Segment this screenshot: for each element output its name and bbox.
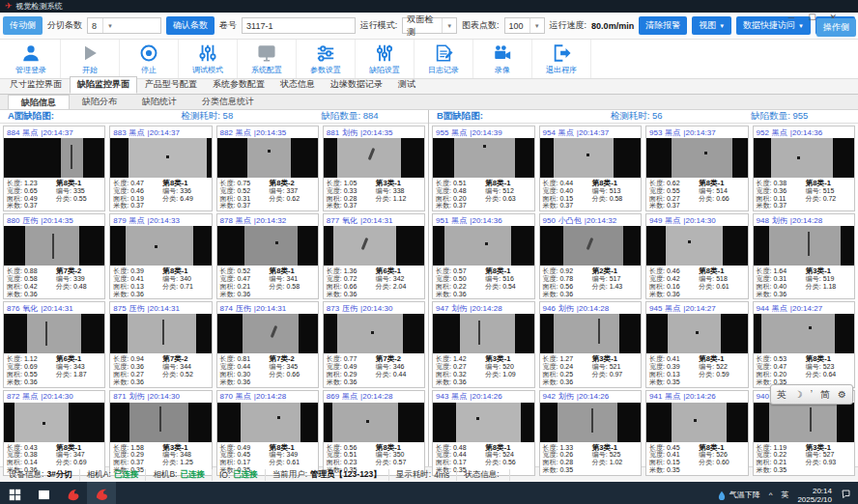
defect-cell[interactable]: 881划伤|20:14:35长度: 1.05宽度: 0.33面积: 0.28米数… — [323, 126, 425, 211]
defect-cell[interactable]: 876氧化|20:14:31长度: 1.12宽度: 0.69面积: 0.55米数… — [3, 301, 105, 387]
camera-icon — [493, 43, 512, 64]
ime-simplified-button[interactable]: 简 — [820, 388, 830, 402]
attribute-value: 0.21 — [773, 459, 786, 465]
defect-cell[interactable]: 947划伤|20:14:28长度: 1.42宽度: 0.27面积: 0.32米数… — [432, 301, 535, 387]
ime-settings-icon[interactable]: ⚙ — [838, 389, 846, 400]
taskbar-app-inspection-system[interactable] — [87, 482, 116, 504]
defect-id: 882 — [220, 128, 233, 137]
slit-count-select[interactable]: 8 ▼ — [87, 17, 161, 34]
defect-cell[interactable]: 873压伤|20:14:30长度: 0.77宽度: 0.49面积: 0.29米数… — [323, 301, 425, 387]
defect-attribute: 长度: 0.88 — [7, 267, 56, 275]
defect-cell[interactable]: 945黑点|20:14:27长度: 0.41宽度: 0.39面积: 0.13米数… — [645, 301, 749, 387]
defect-id: 870 — [220, 392, 233, 401]
minimize-button[interactable]: ─ — [788, 13, 794, 22]
attribute-label: 分类: — [162, 459, 178, 465]
taskbar-app-browser[interactable] — [58, 482, 87, 504]
defect-cell[interactable]: 944黑点|20:14:27长度: 0.53宽度: 0.47面积: 0.20米数… — [753, 301, 856, 387]
view-menu-button[interactable]: 视图▼ — [692, 16, 731, 35]
tab-4[interactable]: 状态信息 — [272, 76, 323, 94]
toolbar-button-camera[interactable]: 录像 — [473, 40, 532, 78]
toolbar-button-user[interactable]: 管理登录 — [2, 40, 61, 78]
panel-a-defect-grid: 884黑点|20:14:37长度: 1.23宽度: 0.65面积: 0.49米数… — [0, 124, 428, 478]
defect-attribute: 长度: 0.51 — [436, 180, 485, 187]
defect-cell[interactable]: 869黑点|20:14:28长度: 0.56宽度: 0.51面积: 0.23米数… — [323, 390, 425, 476]
defect-cell[interactable]: 878黑点|20:14:32长度: 0.52宽度: 0.47面积: 0.21米数… — [216, 213, 319, 299]
defect-time: |20:14:27 — [683, 304, 715, 313]
tab-5[interactable]: 边缘数据记录 — [323, 76, 390, 94]
defect-cell[interactable]: 951黑点|20:14:36长度: 0.57宽度: 0.50面积: 0.22米数… — [432, 213, 535, 299]
defect-cell[interactable]: 883黑点|20:14:37长度: 0.47宽度: 0.46面积: 0.19米数… — [109, 126, 212, 211]
defect-cell[interactable]: 882黑点|20:14:35长度: 0.75宽度: 0.52面积: 0.31米数… — [216, 126, 319, 211]
subtab-3[interactable]: 分类信息统计 — [189, 95, 267, 109]
defect-cell[interactable]: 875压伤|20:14:31长度: 0.94宽度: 0.36面积: 0.27米数… — [109, 301, 212, 387]
subtab-2[interactable]: 缺陷统计 — [129, 95, 189, 109]
operate-side-button[interactable]: 操作侧 — [816, 18, 856, 37]
defect-cell[interactable]: 955黑点|20:14:39长度: 0.51宽度: 0.48面积: 0.20米数… — [432, 126, 535, 211]
toolbar-button-sliders-h[interactable]: 参数设置 — [297, 40, 356, 78]
subtab-1[interactable]: 缺陷分布 — [70, 95, 129, 109]
tab-3[interactable]: 系统参数配置 — [205, 76, 272, 94]
defect-category: 第3类-1 — [806, 444, 851, 452]
start-button[interactable] — [0, 482, 29, 504]
defect-cell[interactable]: 874压伤|20:14:31长度: 0.81宽度: 0.44面积: 0.30米数… — [216, 301, 319, 387]
clear-alarm-button[interactable]: 清除报警 — [639, 16, 687, 35]
defect-cell[interactable]: 880压伤|20:14:35长度: 0.88宽度: 0.58面积: 0.42米数… — [3, 213, 105, 299]
defect-cell[interactable]: 879黑点|20:14:33长度: 0.39宽度: 0.41面积: 0.13米数… — [109, 213, 212, 299]
drive-side-button[interactable]: 传动侧 — [3, 16, 43, 35]
toolbar-button-play[interactable]: 开始 — [61, 40, 120, 78]
defect-cell[interactable]: 953黑点|20:14:37长度: 0.62宽度: 0.55面积: 0.27米数… — [645, 126, 749, 211]
defect-cell[interactable]: 948划伤|20:14:28长度: 1.64宽度: 0.31面积: 0.40米数… — [753, 213, 856, 299]
ime-punctuation-button[interactable]: ’ — [811, 389, 813, 400]
weather-widget[interactable]: 气温下降 — [717, 490, 760, 500]
run-mode-select[interactable]: 双面检测 ▼ — [402, 17, 457, 34]
maximize-button[interactable]: ☐ — [808, 13, 815, 22]
ime-english-button[interactable]: 英 — [777, 388, 786, 402]
ime-moon-icon[interactable]: ☽ — [794, 389, 803, 400]
defect-attribute: 编号: 341 — [270, 275, 315, 283]
defect-image — [754, 314, 855, 353]
defect-id: 877 — [327, 216, 339, 225]
defect-cell[interactable]: 942划伤|20:14:26长度: 1.33宽度: 0.26面积: 0.28米数… — [539, 390, 643, 476]
attribute-label: 编号: — [592, 275, 608, 282]
chart-points-select[interactable]: 100 ▼ — [504, 17, 545, 34]
attribute-value: 0.35 — [667, 466, 680, 473]
toolbar-button-monitor[interactable]: 系统配置 — [238, 40, 297, 78]
tab-1[interactable]: 缺陷监控界面 — [70, 76, 137, 94]
defect-attribute: 宽度: 0.49 — [327, 363, 376, 371]
defect-cell[interactable]: 954黑点|20:14:37长度: 0.44宽度: 0.40面积: 0.15米数… — [539, 126, 643, 211]
attribute-value: 0.46 — [667, 267, 680, 274]
defect-cell[interactable]: 877氧化|20:14:31长度: 1.36宽度: 0.72面积: 0.66米数… — [323, 213, 425, 299]
notification-center-button[interactable] — [841, 489, 851, 501]
toolbar-button-exit[interactable]: 退出程序 — [532, 40, 591, 78]
defect-cell[interactable]: 941黑点|20:14:26长度: 0.45宽度: 0.41面积: 0.15米数… — [645, 390, 749, 476]
defect-category: 第8类-1 — [699, 267, 744, 275]
defect-cell[interactable]: 952黑点|20:14:36长度: 0.38宽度: 0.36面积: 0.11米数… — [753, 126, 856, 211]
toolbar-button-stop[interactable]: 停止 — [120, 40, 179, 78]
roll-number-input[interactable]: 3117-1 — [242, 17, 356, 34]
tab-6[interactable]: 测试 — [390, 76, 423, 94]
subtab-0[interactable]: 缺陷信息 — [8, 95, 70, 109]
tray-input-language[interactable]: 英 — [781, 490, 788, 500]
tab-0[interactable]: 尺寸监控界面 — [2, 76, 70, 94]
system-tray: 气温下降 ^ 英 20:14 2025/2/10 — [717, 487, 858, 504]
defect-cell[interactable]: 871划伤|20:14:30长度: 1.58宽度: 0.29面积: 0.37米数… — [109, 390, 212, 476]
defect-type: 划伤 — [129, 391, 145, 402]
defect-cell[interactable]: 946划伤|20:14:28长度: 1.27宽度: 0.24面积: 0.25米数… — [539, 301, 643, 387]
defect-attribute: 长度: 0.75 — [220, 180, 270, 187]
taskbar-clock[interactable]: 20:14 2025/2/10 — [797, 487, 832, 504]
tab-2[interactable]: 产品型号配置 — [137, 76, 205, 94]
defect-cell[interactable]: 949黑点|20:14:30长度: 0.46宽度: 0.42面积: 0.16米数… — [645, 213, 749, 299]
task-view-button[interactable] — [29, 482, 58, 504]
defect-cell[interactable]: 870黑点|20:14:28长度: 0.49宽度: 0.45面积: 0.17米数… — [216, 390, 319, 476]
toolbar-button-sliders-v[interactable]: 缺陷设置 — [356, 40, 415, 78]
defect-cell[interactable]: 884黑点|20:14:37长度: 1.23宽度: 0.65面积: 0.49米数… — [3, 126, 105, 211]
defect-id: 940 — [757, 392, 769, 401]
toolbar-button-tune[interactable]: 调试模式 — [179, 40, 238, 78]
confirm-count-button[interactable]: 确认条数 — [166, 16, 214, 35]
defect-cell[interactable]: 950小凸包|20:14:32长度: 0.92宽度: 0.78面积: 0.56米… — [539, 213, 643, 299]
defect-cell[interactable]: 872黑点|20:14:30长度: 0.43宽度: 0.38面积: 0.14米数… — [3, 390, 105, 476]
toolbar-button-log[interactable]: 日志记录 — [415, 40, 473, 78]
defect-cell[interactable]: 943黑点|20:14:26长度: 0.48宽度: 0.44面积: 0.17米数… — [432, 390, 535, 476]
tray-expand-caret[interactable]: ^ — [769, 490, 773, 499]
attribute-value: 0.53 — [773, 355, 786, 362]
